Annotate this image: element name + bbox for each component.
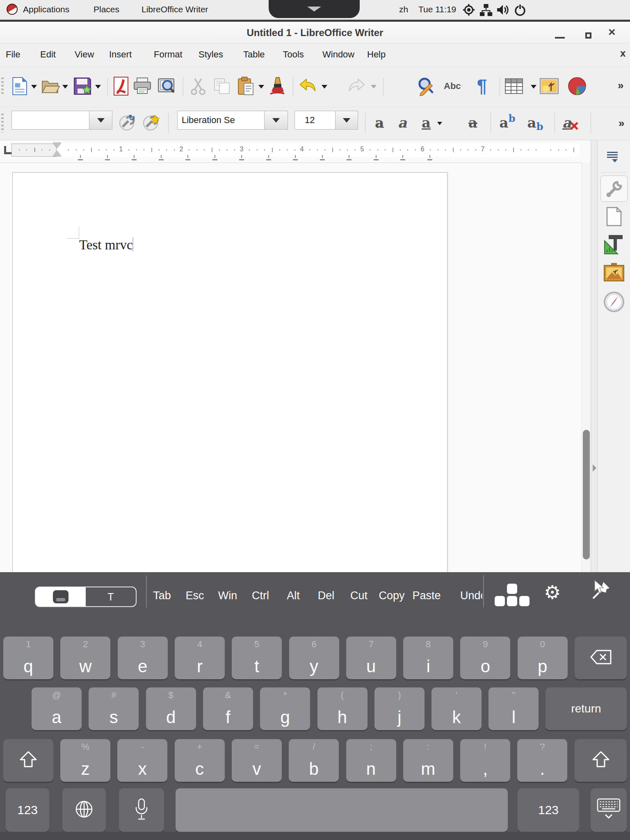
- sidebar-splitter[interactable]: [591, 140, 598, 572]
- sidebar-settings-button[interactable]: [607, 151, 621, 163]
- menu-view[interactable]: View: [75, 49, 94, 60]
- power-icon[interactable]: [513, 2, 527, 19]
- left-indent-marker[interactable]: [53, 151, 61, 156]
- minimize-button[interactable]: [555, 37, 565, 39]
- insert-chart-icon[interactable]: [568, 77, 587, 96]
- print-preview-icon[interactable]: [157, 77, 176, 96]
- sidebar-tab-styles[interactable]: [603, 233, 625, 256]
- kbd-key-globe[interactable]: [62, 788, 106, 832]
- sidebar-tab-page[interactable]: [606, 207, 622, 226]
- kbd-key-p[interactable]: 0p: [518, 637, 568, 679]
- toolbar-grip[interactable]: [1, 78, 4, 96]
- open-file-dropdown[interactable]: [62, 85, 68, 89]
- paste-dropdown[interactable]: [258, 85, 264, 89]
- paragraph-style-combobox[interactable]: [11, 111, 89, 130]
- menu-help[interactable]: Help: [367, 49, 386, 60]
- document-canvas[interactable]: Test mrvc: [0, 163, 582, 572]
- kbd-key-return[interactable]: return: [546, 687, 627, 730]
- keyboard-settings-gear-icon[interactable]: ⚙: [544, 581, 561, 603]
- kbd-key-123-left[interactable]: 123: [6, 788, 49, 832]
- kbd-key-paste[interactable]: Paste: [412, 589, 441, 602]
- kbd-key-k[interactable]: 'k: [431, 687, 482, 730]
- insert-table-icon[interactable]: [504, 77, 523, 96]
- menu-tools[interactable]: Tools: [283, 49, 304, 60]
- document-page[interactable]: Test mrvc: [12, 172, 447, 572]
- sidebar-hide-arrow-icon[interactable]: [593, 464, 596, 472]
- kbd-key-j[interactable]: )j: [374, 687, 425, 730]
- kbd-key-o[interactable]: 9o: [460, 637, 510, 679]
- paragraph-style-dropdown[interactable]: [89, 111, 112, 130]
- kbd-key-i[interactable]: 8i: [403, 637, 453, 679]
- kbd-key-comma[interactable]: !,: [460, 739, 510, 782]
- distro-logo-icon[interactable]: [7, 4, 18, 15]
- clock[interactable]: Tue 11:19: [418, 5, 456, 14]
- sidebar-tab-navigator[interactable]: [603, 291, 625, 313]
- kbd-key-d[interactable]: $d: [146, 687, 196, 730]
- kbd-key-undo[interactable]: Undo: [460, 589, 482, 602]
- kbd-key-b[interactable]: /b: [289, 739, 339, 782]
- undo-icon[interactable]: [298, 77, 317, 96]
- menu-file[interactable]: File: [6, 49, 20, 60]
- vertical-scrollbar[interactable]: [582, 163, 591, 572]
- strikethrough-icon[interactable]: a: [463, 114, 483, 132]
- kbd-key-backspace[interactable]: [575, 637, 627, 679]
- screen-notch[interactable]: [269, 0, 360, 18]
- spelling-icon[interactable]: Abc: [444, 77, 463, 96]
- formatting-marks-icon[interactable]: ¶: [472, 77, 491, 96]
- kbd-key-win[interactable]: Win: [218, 589, 237, 602]
- kbd-key-del[interactable]: Del: [318, 589, 335, 602]
- bold-icon[interactable]: a: [369, 114, 390, 132]
- kbd-key-m[interactable]: :m: [403, 739, 453, 782]
- kbd-key-n[interactable]: ;n: [346, 739, 396, 782]
- menu-edit[interactable]: Edit: [40, 49, 56, 60]
- kbd-key-123-right[interactable]: 123: [518, 788, 579, 832]
- toolbar-overflow-button[interactable]: »: [619, 117, 624, 130]
- topbar-applications-menu[interactable]: Applications: [23, 5, 69, 14]
- topbar-places-menu[interactable]: Places: [94, 5, 119, 14]
- new-document-icon[interactable]: [10, 77, 29, 96]
- blocks-icon[interactable]: [495, 584, 530, 606]
- horizontal-ruler[interactable]: 1234567: [0, 140, 582, 163]
- document-text[interactable]: Test mrvc: [79, 237, 133, 253]
- kbd-key-copy[interactable]: Copy: [379, 589, 404, 602]
- kbd-key-shift-left[interactable]: [3, 739, 53, 782]
- kbd-key-e[interactable]: 3e: [118, 637, 168, 679]
- cut-icon[interactable]: [189, 77, 208, 96]
- kbd-key-ctrl[interactable]: Ctrl: [252, 589, 269, 602]
- sidebar-tab-properties[interactable]: [600, 176, 628, 202]
- close-document-button[interactable]: x: [620, 48, 625, 59]
- menu-insert[interactable]: Insert: [109, 49, 132, 60]
- clone-formatting-icon[interactable]: [267, 77, 286, 96]
- kbd-key-r[interactable]: 4r: [175, 637, 225, 679]
- undo-dropdown[interactable]: [322, 85, 327, 89]
- kbd-key-v[interactable]: =v: [232, 739, 282, 782]
- volume-icon[interactable]: [495, 2, 510, 19]
- kbd-key-g[interactable]: *g: [260, 687, 310, 730]
- kbd-key-space[interactable]: [176, 788, 508, 832]
- print-icon[interactable]: [133, 77, 152, 96]
- subscript-icon[interactable]: a b: [523, 114, 547, 132]
- open-file-icon[interactable]: [41, 77, 60, 96]
- underline-icon[interactable]: a: [416, 114, 436, 132]
- menu-styles[interactable]: Styles: [199, 49, 223, 60]
- kbd-key-w[interactable]: 2w: [60, 637, 110, 679]
- kbd-key-u[interactable]: 7u: [346, 637, 396, 679]
- network-icon[interactable]: [479, 3, 493, 19]
- kbd-key-x[interactable]: -x: [117, 739, 167, 782]
- kbd-key-cut[interactable]: Cut: [350, 589, 368, 602]
- italic-icon[interactable]: a: [392, 114, 413, 132]
- font-size-dropdown[interactable]: [335, 111, 358, 130]
- location-icon[interactable]: [462, 3, 476, 19]
- copy-icon[interactable]: [212, 77, 231, 96]
- toolbar-grip[interactable]: [1, 114, 4, 132]
- menu-table[interactable]: Table: [243, 49, 265, 60]
- window-title-bar[interactable]: Untitled 1 - LibreOffice Writer ×: [0, 22, 630, 43]
- update-style-icon[interactable]: ↻: [118, 114, 136, 132]
- input-language-indicator[interactable]: zh: [399, 5, 408, 14]
- export-pdf-icon[interactable]: [112, 77, 130, 96]
- save-icon[interactable]: [73, 77, 92, 96]
- font-name-combobox[interactable]: Liberation Se: [177, 111, 265, 130]
- kbd-key-s[interactable]: #s: [89, 687, 139, 730]
- kbd-key-f[interactable]: &f: [203, 687, 253, 730]
- close-window-button[interactable]: ×: [608, 25, 616, 39]
